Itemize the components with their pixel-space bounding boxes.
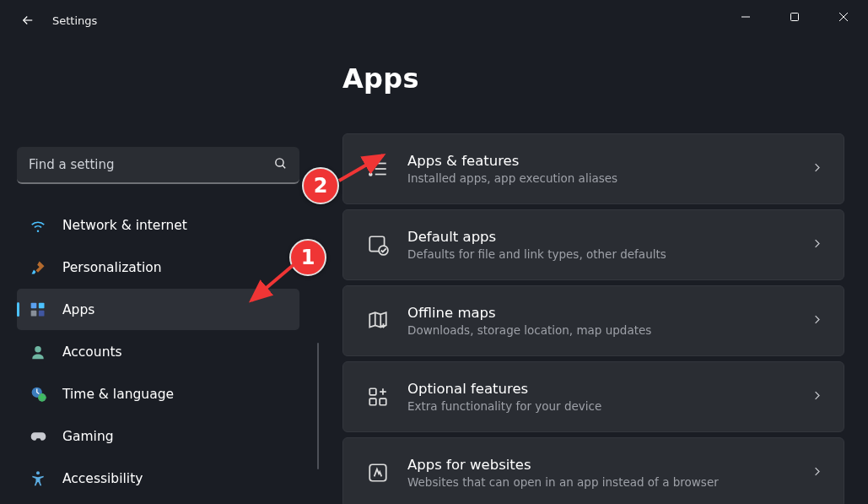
chevron-right-icon bbox=[811, 389, 823, 405]
back-button[interactable] bbox=[15, 8, 40, 33]
card-default-apps[interactable]: Default apps Defaults for file and link … bbox=[342, 209, 844, 280]
sidebar-item-label: Accounts bbox=[62, 344, 122, 360]
sidebar-item-apps[interactable]: Apps bbox=[17, 289, 299, 330]
card-subtitle: Downloads, storage location, map updates bbox=[407, 323, 811, 337]
svg-rect-22 bbox=[369, 388, 376, 395]
chevron-right-icon bbox=[811, 313, 823, 329]
svg-rect-9 bbox=[39, 310, 45, 316]
close-button[interactable] bbox=[819, 0, 868, 34]
svg-rect-1 bbox=[791, 14, 799, 21]
svg-rect-24 bbox=[380, 398, 386, 405]
card-subtitle: Websites that can open in an app instead… bbox=[407, 475, 811, 489]
card-subtitle: Defaults for file and link types, other … bbox=[407, 247, 811, 261]
list-icon bbox=[364, 154, 392, 183]
checkbox-app-icon bbox=[364, 230, 392, 259]
card-offline-maps[interactable]: Offline maps Downloads, storage location… bbox=[342, 285, 844, 356]
window-controls bbox=[721, 0, 868, 34]
svg-point-15 bbox=[369, 168, 372, 171]
svg-rect-8 bbox=[31, 310, 37, 316]
sidebar-item-network[interactable]: Network & internet bbox=[17, 204, 299, 246]
card-title: Offline maps bbox=[407, 305, 811, 322]
sidebar-item-label: Gaming bbox=[62, 429, 114, 444]
map-icon bbox=[364, 306, 392, 335]
card-optional-features[interactable]: Optional features Extra functionality fo… bbox=[342, 361, 844, 432]
window-title: Settings bbox=[52, 14, 97, 27]
chevron-right-icon bbox=[811, 161, 823, 177]
sidebar-item-label: Accessibility bbox=[62, 471, 143, 486]
card-apps-websites[interactable]: Apps for websites Websites that can open… bbox=[342, 437, 844, 504]
page-title: Apps bbox=[342, 62, 844, 95]
card-subtitle: Installed apps, app execution aliases bbox=[407, 171, 811, 185]
card-title: Optional features bbox=[407, 381, 811, 398]
card-text: Optional features Extra functionality fo… bbox=[407, 381, 811, 413]
svg-point-16 bbox=[369, 173, 372, 176]
minimize-button[interactable] bbox=[721, 0, 770, 34]
sidebar-item-time-language[interactable]: Time & language bbox=[17, 373, 299, 415]
chevron-right-icon bbox=[811, 237, 823, 253]
gamepad-icon bbox=[29, 427, 47, 446]
card-text: Default apps Defaults for file and link … bbox=[407, 229, 811, 261]
sidebar-item-accounts[interactable]: Accounts bbox=[17, 331, 299, 372]
apps-icon bbox=[29, 301, 47, 319]
svg-rect-7 bbox=[39, 302, 45, 308]
person-icon bbox=[29, 343, 47, 361]
sidebar-item-label: Apps bbox=[62, 302, 94, 317]
card-text: Offline maps Downloads, storage location… bbox=[407, 305, 811, 337]
card-title: Default apps bbox=[407, 229, 811, 247]
sidebar-item-label: Time & language bbox=[62, 387, 174, 402]
accessibility-icon bbox=[29, 469, 47, 488]
minimize-icon bbox=[741, 12, 751, 22]
search-input[interactable] bbox=[29, 157, 273, 172]
card-title: Apps for websites bbox=[407, 457, 811, 474]
sidebar-item-label: Personalization bbox=[62, 260, 162, 275]
grid-plus-icon bbox=[364, 382, 392, 411]
svg-point-13 bbox=[36, 471, 40, 474]
search-box[interactable] bbox=[17, 147, 299, 184]
card-apps-features[interactable]: Apps & features Installed apps, app exec… bbox=[342, 133, 844, 204]
svg-line-5 bbox=[283, 165, 285, 167]
card-text: Apps for websites Websites that can open… bbox=[407, 457, 811, 489]
brush-icon bbox=[29, 258, 47, 277]
svg-point-14 bbox=[369, 162, 372, 165]
sidebar-item-personalization[interactable]: Personalization bbox=[17, 247, 299, 288]
card-subtitle: Extra functionality for your device bbox=[407, 399, 811, 413]
card-text: Apps & features Installed apps, app exec… bbox=[407, 153, 811, 185]
close-icon bbox=[838, 12, 849, 22]
card-title: Apps & features bbox=[407, 153, 811, 171]
svg-point-10 bbox=[35, 345, 41, 352]
maximize-button[interactable] bbox=[770, 0, 819, 34]
maximize-icon bbox=[790, 12, 800, 22]
sidebar-item-accessibility[interactable]: Accessibility bbox=[17, 458, 299, 499]
sidebar-item-label: Network & internet bbox=[62, 218, 187, 233]
clock-globe-icon bbox=[29, 385, 47, 404]
svg-rect-23 bbox=[369, 398, 376, 405]
svg-rect-6 bbox=[31, 302, 37, 308]
wifi-icon bbox=[29, 216, 47, 235]
arrow-left-icon bbox=[20, 13, 35, 28]
search-icon bbox=[273, 156, 288, 174]
main-panel: Apps Apps & features Installed apps, app… bbox=[314, 41, 844, 504]
svg-point-4 bbox=[276, 158, 283, 165]
sidebar-scrollbar[interactable] bbox=[317, 343, 319, 469]
sidebar: Network & internet Personalization Apps … bbox=[17, 41, 314, 504]
web-app-icon bbox=[364, 458, 392, 487]
sidebar-item-gaming[interactable]: Gaming bbox=[17, 415, 299, 457]
chevron-right-icon bbox=[811, 465, 823, 481]
